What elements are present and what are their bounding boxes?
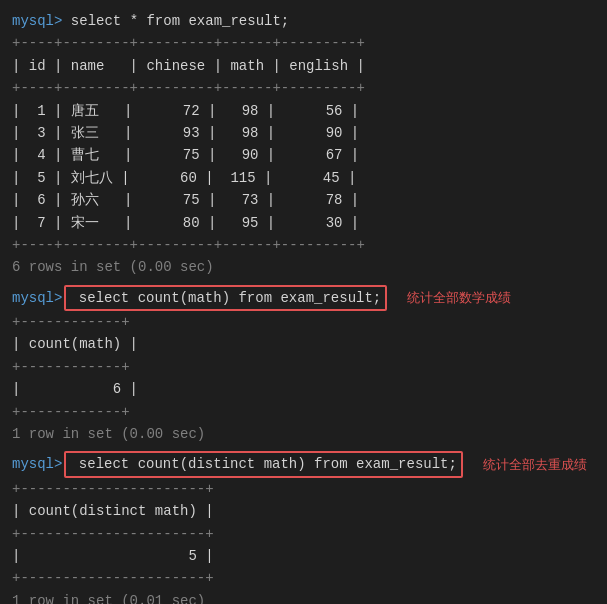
command-row-2: mysql> select count(math) from exam_resu… xyxy=(12,285,595,311)
table-sep-bot-1: +----+--------+---------+------+--------… xyxy=(12,234,595,256)
table-sep-top-3: +----------------------+ xyxy=(12,478,595,500)
table-row-1-3: | 4 | 曹七 | 75 | 90 | 67 | xyxy=(12,144,595,166)
result-info-3: 1 row in set (0.01 sec) xyxy=(12,590,595,604)
table-sep-top-2: +------------+ xyxy=(12,311,595,333)
table-sep-mid-1: +----+--------+---------+------+--------… xyxy=(12,77,595,99)
result-info-1: 6 rows in set (0.00 sec) xyxy=(12,256,595,278)
annotation-3: 统计全部去重成绩 xyxy=(483,455,587,475)
annotation-2: 统计全部数学成绩 xyxy=(407,288,511,308)
table-sep-bot-3: +----------------------+ xyxy=(12,567,595,589)
command-row-3: mysql> select count(distinct math) from … xyxy=(12,451,595,477)
table-header-2: | count(math) | xyxy=(12,333,595,355)
prompt-2: mysql> xyxy=(12,287,62,309)
table-sep-bot-2: +------------+ xyxy=(12,401,595,423)
result-info-2: 1 row in set (0.00 sec) xyxy=(12,423,595,445)
table-row-1-2: | 3 | 张三 | 93 | 98 | 90 | xyxy=(12,122,595,144)
table-header-1: | id | name | chinese | math | english | xyxy=(12,55,595,77)
prompt-3: mysql> xyxy=(12,453,62,475)
terminal: mysql> select * from exam_result; +----+… xyxy=(12,10,595,604)
sql-1: select * from exam_result; xyxy=(62,13,289,29)
command-line-1: mysql> select * from exam_result; xyxy=(12,10,595,32)
table-sep-mid-3: +----------------------+ xyxy=(12,523,595,545)
table-row-3-1: | 5 | xyxy=(12,545,595,567)
table-row-1-4: | 5 | 刘七八 | 60 | 115 | 45 | xyxy=(12,167,595,189)
prompt-1: mysql> xyxy=(12,13,62,29)
table-header-3: | count(distinct math) | xyxy=(12,500,595,522)
section-2: mysql> select count(math) from exam_resu… xyxy=(12,285,595,446)
section-3: mysql> select count(distinct math) from … xyxy=(12,451,595,604)
sql-highlighted-2: select count(math) from exam_result; xyxy=(64,285,387,311)
sql-highlighted-3: select count(distinct math) from exam_re… xyxy=(64,451,462,477)
table-sep-top-1: +----+--------+---------+------+--------… xyxy=(12,32,595,54)
section-1: mysql> select * from exam_result; +----+… xyxy=(12,10,595,279)
table-row-2-1: | 6 | xyxy=(12,378,595,400)
table-row-1-6: | 7 | 宋一 | 80 | 95 | 30 | xyxy=(12,212,595,234)
table-row-1-5: | 6 | 孙六 | 75 | 73 | 78 | xyxy=(12,189,595,211)
table-sep-mid-2: +------------+ xyxy=(12,356,595,378)
table-row-1-1: | 1 | 唐五 | 72 | 98 | 56 | xyxy=(12,100,595,122)
